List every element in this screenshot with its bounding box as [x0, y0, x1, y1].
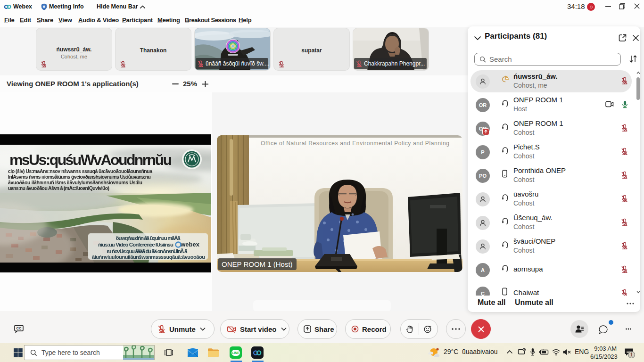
svg-text:āiuńnviuulounuiiāunšwanmssssuq: āiuńnviuulounuiiāunšwanmssssuqâuā:āvuooā… — [92, 254, 205, 260]
svg-text:lnĺAsvms ňvms нiomsåiüums ğvci: lnĺAsvms ňvms нiomsåiüums ğvciovðanshsio… — [8, 173, 151, 180]
svg-text:webex: webex — [180, 241, 200, 248]
svg-text:ńius:uu Video Conference lUsii: ńius:uu Video Conference lUsiinsu — [98, 242, 173, 247]
svg-text:uans:nu āvuoðāou Aŝvn ā (mAc:ĭ: uans:nu āvuoðāou Aŝvn ā (mAc:ĭuoaniQuviv… — [8, 185, 109, 191]
svg-text:CC: CC — [17, 326, 22, 330]
svg-text:ŏuwqńaudńn āă ūquinuu māĀā: ŏuwqńaudńn āă ūquinuu māĀā — [116, 235, 181, 241]
svg-text:cio (ŝiv) Us:maAns:nsov nŝwann: cio (ŝiv) Us:maAns:nsov nŝwanns sssuqâ ũ… — [8, 168, 152, 174]
svg-text:msUs:quśuWvAoudnrnŭu: msUs:quśuWvAoudnrnŭu — [9, 151, 172, 168]
svg-text:Office of Natural Resources: Office of Natural Resources and Environm… — [261, 140, 449, 147]
svg-text:ru ńovUs:quu āăăā đu āă onAnsn: ru ńovUs:quu āăăā đu āă onAnsnUlnĂ ā — [107, 248, 188, 254]
svg-text:āvuoðāou ilāħnınruñ Iŝms ilāvu: āvuoðāou ilāħnınruñ Iŝms ilāvulylumsðans… — [8, 180, 142, 185]
